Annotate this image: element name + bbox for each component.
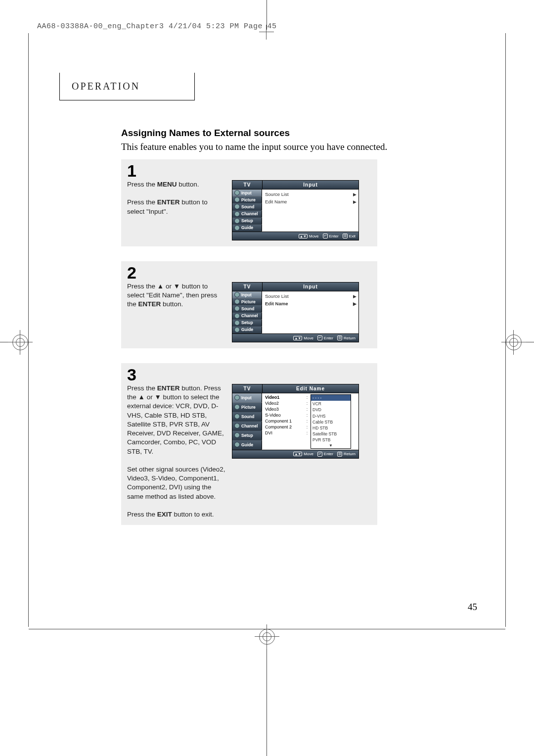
- footer-hint-move: ▲▼Move: [293, 335, 313, 340]
- guide-icon: [234, 225, 240, 231]
- chevron-right-icon: ▶: [353, 301, 356, 306]
- page: AA68-03388A-00_eng_Chapter3 4/21/04 5:23…: [0, 0, 534, 756]
- footer-hint-enter: ↵Enter: [317, 335, 333, 340]
- guide-icon: [234, 327, 240, 332]
- osd-header-right: Input: [263, 283, 358, 291]
- osd-sidebar: Input Picture Sound Channel Setup Guide: [232, 189, 262, 232]
- sound-icon: [234, 414, 240, 419]
- osd-sidebar: Input Picture Sound Channel Setup Guide: [232, 291, 262, 333]
- print-header-line: AA68-03388A-00_eng_Chapter3 4/21/04 5:23…: [37, 22, 534, 31]
- source-item-video1[interactable]: Video1: [265, 394, 304, 400]
- enter-icon: ↵: [317, 452, 322, 457]
- sidebar-item-sound[interactable]: Sound: [232, 412, 262, 422]
- sidebar-item-channel[interactable]: Channel: [232, 313, 262, 320]
- sidebar-item-sound[interactable]: Sound: [232, 305, 262, 312]
- sidebar-item-guide[interactable]: Guide: [232, 440, 262, 450]
- step-number: 2: [127, 264, 372, 281]
- osd-main-panel: Video1 Video2 Video3 S-Video Component 1…: [262, 393, 358, 450]
- source-item-svideo[interactable]: S-Video: [265, 412, 304, 418]
- osd-header-left: TV: [232, 181, 263, 189]
- operation-title-text: OPERATION: [72, 81, 140, 92]
- osd-header-right: Input: [263, 181, 358, 189]
- osd-panel: TV Edit Name Input Picture Sound Channel…: [232, 384, 359, 459]
- source-item-component2[interactable]: Component 2: [265, 424, 304, 430]
- input-icon: [234, 292, 240, 297]
- sidebar-item-setup[interactable]: Setup: [232, 431, 262, 440]
- osd-header-left: TV: [232, 384, 263, 393]
- footer-hint-move: ▲▼Move: [299, 234, 318, 238]
- menu-icon: ☰: [343, 234, 348, 238]
- step-number: 1: [127, 162, 372, 179]
- dropdown-option[interactable]: HD STB: [311, 425, 351, 431]
- footer-hint-exit: ☰Exit: [343, 234, 356, 238]
- picture-icon: [234, 299, 240, 304]
- dropdown-option[interactable]: VCR: [311, 401, 351, 407]
- dropdown-option[interactable]: D-VHS: [311, 413, 351, 419]
- picture-icon: [234, 197, 240, 202]
- chevron-right-icon: ▶: [353, 294, 356, 299]
- updown-icon: ▲▼: [293, 452, 302, 456]
- edit-name-source-list: Video1 Video2 Video3 S-Video Component 1…: [265, 394, 304, 449]
- page-number: 45: [468, 602, 477, 613]
- step-2-osd: TV Input Input Picture Sound Channel Set…: [232, 282, 372, 342]
- page-edge-line: [28, 33, 29, 627]
- sidebar-item-input[interactable]: Input: [232, 393, 262, 403]
- name-dropdown[interactable]: - - - - VCR DVD D-VHS Cable STB HD STB S…: [311, 394, 351, 449]
- dropdown-option[interactable]: Satellite STB: [311, 431, 351, 437]
- dropdown-option[interactable]: Cable STB: [311, 419, 351, 425]
- enter-icon: ↵: [317, 335, 322, 340]
- input-icon: [234, 395, 240, 400]
- step-number: 3: [127, 366, 372, 383]
- footer-hint-return: ☰Return: [337, 335, 356, 340]
- dropdown-option[interactable]: PVR STB: [311, 437, 351, 443]
- picture-icon: [234, 404, 240, 410]
- osd-footer: ▲▼Move ↵Enter ☰Return: [232, 333, 358, 342]
- sidebar-item-guide[interactable]: Guide: [232, 327, 262, 333]
- osd-row-edit-name[interactable]: Edit Name▶: [265, 198, 356, 205]
- crop-target-icon: [12, 334, 28, 350]
- sidebar-item-channel[interactable]: Channel: [232, 211, 262, 218]
- osd-row-edit-name[interactable]: Edit Name▶: [265, 300, 356, 307]
- updown-icon: ▲▼: [299, 234, 308, 238]
- osd-row-source-list[interactable]: Source List▶: [265, 190, 356, 198]
- operation-title-box: OPERATION: [59, 73, 195, 100]
- dropdown-option[interactable]: DVD: [311, 407, 351, 413]
- osd-panel: TV Input Input Picture Sound Channel Set…: [232, 180, 359, 240]
- setup-icon: [234, 432, 240, 438]
- osd-main-panel: Source List▶ Edit Name▶: [262, 189, 358, 232]
- footer-hint-enter: ↵Enter: [317, 452, 333, 457]
- chevron-down-icon: ▼: [311, 443, 351, 448]
- osd-footer: ▲▼Move ↵Enter ☰Return: [232, 450, 358, 458]
- channel-icon: [234, 423, 240, 428]
- operation-title: OPERATION: [72, 81, 140, 92]
- source-item-dvi[interactable]: DVI: [265, 430, 304, 436]
- sidebar-item-input[interactable]: Input: [232, 291, 262, 298]
- page-edge-line: [505, 33, 506, 627]
- sidebar-item-setup[interactable]: Setup: [232, 218, 262, 225]
- sidebar-item-channel[interactable]: Channel: [232, 422, 262, 431]
- sidebar-item-picture[interactable]: Picture: [232, 196, 262, 203]
- sidebar-item-guide[interactable]: Guide: [232, 225, 262, 232]
- source-item-video3[interactable]: Video3: [265, 406, 304, 412]
- crop-target-icon: [506, 334, 522, 350]
- source-item-video2[interactable]: Video2: [265, 400, 304, 406]
- section-subtitle: This feature enables you to name the inp…: [121, 142, 475, 152]
- enter-icon: ↵: [323, 234, 328, 238]
- sidebar-item-sound[interactable]: Sound: [232, 203, 262, 210]
- sidebar-item-picture[interactable]: Picture: [232, 298, 262, 305]
- source-item-component1[interactable]: Component 1: [265, 418, 304, 424]
- sidebar-item-setup[interactable]: Setup: [232, 320, 262, 327]
- osd-sidebar: Input Picture Sound Channel Setup Guide: [232, 393, 262, 450]
- channel-icon: [234, 313, 240, 319]
- osd-row-source-list[interactable]: Source List▶: [265, 292, 356, 300]
- sidebar-item-input[interactable]: Input: [232, 189, 262, 196]
- sidebar-item-picture[interactable]: Picture: [232, 403, 262, 412]
- guide-icon: [234, 442, 240, 447]
- step-3-box: 3 Press the ENTER button. Press the ▲ or…: [121, 363, 377, 525]
- name-dropdown-column: - - - - VCR DVD D-VHS Cable STB HD STB S…: [311, 394, 351, 449]
- footer-hint-enter: ↵Enter: [323, 234, 339, 238]
- channel-icon: [234, 211, 240, 217]
- osd-header-left: TV: [232, 283, 263, 291]
- step-1-text: Press the MENU button. Press the ENTER b…: [127, 180, 226, 240]
- dropdown-option-selected[interactable]: - - - -: [311, 395, 351, 401]
